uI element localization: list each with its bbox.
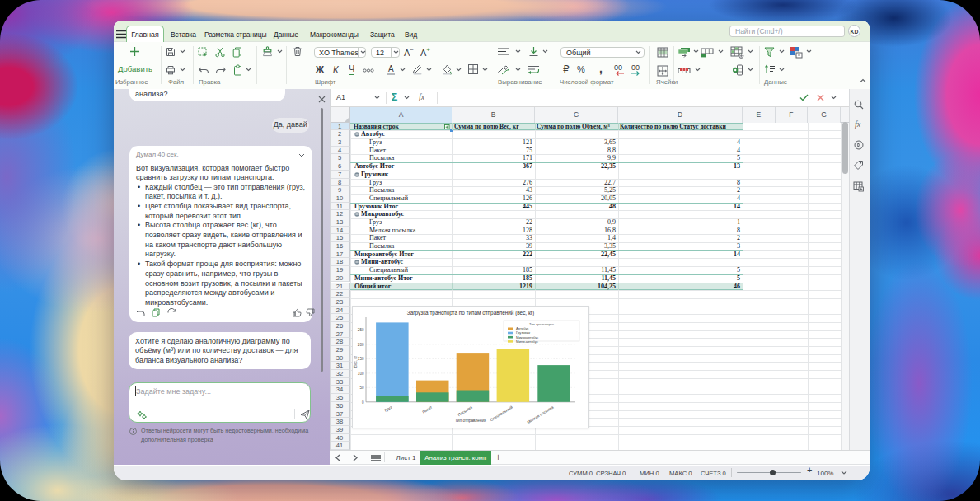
svg-text:150: 150 [358, 357, 364, 361]
svg-text:Мелкая посылка: Мелкая посылка [527, 405, 555, 424]
svg-text:0: 0 [362, 400, 364, 405]
svg-text:Пакет: Пакет [422, 405, 434, 414]
svg-text:Груз: Груз [384, 405, 393, 413]
svg-text:Специальный: Специальный [489, 405, 513, 423]
svg-text:Вес, кг: Вес, кг [354, 356, 358, 368]
svg-text:200: 200 [358, 343, 364, 347]
svg-text:250: 250 [358, 328, 364, 332]
svg-text:Загрузка транспорта по типам о: Загрузка транспорта по типам отправлений… [407, 310, 534, 316]
svg-text:Посылка: Посылка [457, 405, 474, 417]
svg-text:Тип транспорта: Тип транспорта [529, 322, 555, 326]
svg-text:100: 100 [358, 372, 364, 376]
svg-text:Мини-автобус: Мини-автобус [516, 339, 538, 344]
svg-text:Тип отправления: Тип отправления [455, 419, 486, 423]
svg-text:50: 50 [359, 386, 364, 390]
